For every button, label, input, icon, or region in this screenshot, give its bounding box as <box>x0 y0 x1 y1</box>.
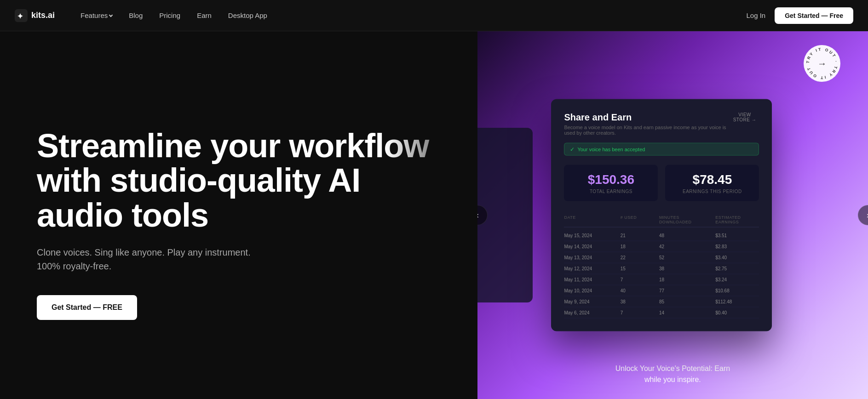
td-used: 7 <box>621 310 655 315</box>
nav-link-blog[interactable]: Blog <box>121 8 150 23</box>
card-title-area: Share and Earn Become a voice model on K… <box>564 112 730 136</box>
stat-period-earnings: $78.45 EARNINGS THIS PERIOD <box>665 165 759 201</box>
td-date: May 13, 2024 <box>564 255 616 260</box>
td-used: 21 <box>621 233 655 238</box>
logo[interactable]: ✦ kits.ai <box>15 9 55 22</box>
td-used: 7 <box>621 277 655 282</box>
card-title: Share and Earn <box>564 112 730 123</box>
td-minutes: 42 <box>659 244 712 249</box>
td-used: 40 <box>621 288 655 293</box>
td-earnings: $112.48 <box>715 299 759 304</box>
svg-text:✦: ✦ <box>17 12 23 20</box>
td-minutes: 38 <box>659 266 712 271</box>
th-earnings: ESTIMATED EARNINGS <box>715 215 759 224</box>
hero-left: Streamline your workflow with studio-qua… <box>0 31 477 399</box>
td-used: 18 <box>621 244 655 249</box>
th-date: DATE <box>564 215 616 224</box>
td-used: 38 <box>621 299 655 304</box>
nav-cta-button[interactable]: Get Started — Free <box>775 7 853 24</box>
accepted-text: Your voice has been accepted <box>577 147 645 152</box>
nav-link-pricing[interactable]: Pricing <box>152 8 188 23</box>
hero-title: Streamline your workflow with studio-qua… <box>37 129 441 233</box>
hero-subtitle: Clone voices. Sing like anyone. Play any… <box>37 245 258 273</box>
td-minutes: 85 <box>659 299 712 304</box>
td-minutes: 14 <box>659 310 712 315</box>
td-earnings: $2.83 <box>715 244 759 249</box>
td-date: May 11, 2024 <box>564 277 616 282</box>
table-row: May 9, 2024 38 85 $112.48 <box>564 296 759 308</box>
nav-link-earn[interactable]: Earn <box>190 8 219 23</box>
td-earnings: $2.75 <box>715 266 759 271</box>
hero-right: TRY IT OUT · TRY IT OUT · → ‹ Share and … <box>477 31 868 399</box>
td-minutes: 77 <box>659 288 712 293</box>
carousel-next-button[interactable]: › <box>858 205 868 225</box>
stat-total-earnings: $150.36 TOTAL EARNINGS <box>564 165 658 201</box>
td-earnings: $10.68 <box>715 288 759 293</box>
th-minutes: MINUTES DOWNLOADED <box>659 215 712 224</box>
td-minutes: 52 <box>659 255 712 260</box>
table-row: May 13, 2024 22 52 $3.40 <box>564 252 759 263</box>
table-row: May 11, 2024 7 18 $3.24 <box>564 274 759 285</box>
td-date: May 10, 2024 <box>564 288 616 293</box>
td-date: May 6, 2024 <box>564 310 616 315</box>
dashboard-card: Share and Earn Become a voice model on K… <box>551 99 772 331</box>
nav-links: Features Blog Pricing Earn Desktop App <box>73 8 746 23</box>
card-header: Share and Earn Become a voice model on K… <box>564 112 759 136</box>
hero-section: Streamline your workflow with studio-qua… <box>0 31 868 399</box>
stat-period-value: $78.45 <box>674 172 750 187</box>
try-it-out-button[interactable]: TRY IT OUT · TRY IT OUT · → <box>804 45 840 82</box>
td-used: 15 <box>621 266 655 271</box>
td-date: May 12, 2024 <box>564 266 616 271</box>
logo-text: kits.ai <box>31 11 55 20</box>
table-row: May 15, 2024 21 48 $3.51 <box>564 230 759 241</box>
table-header: DATE # USED MINUTES DOWNLOADED ESTIMATED… <box>564 212 759 228</box>
td-earnings: $3.51 <box>715 233 759 238</box>
td-date: May 14, 2024 <box>564 244 616 249</box>
nav-link-desktop-app[interactable]: Desktop App <box>221 8 275 23</box>
stat-total-label: TOTAL EARNINGS <box>573 189 649 194</box>
nav-link-features[interactable]: Features <box>73 8 120 23</box>
td-used: 22 <box>621 255 655 260</box>
stat-period-label: EARNINGS THIS PERIOD <box>674 189 750 194</box>
chevron-left-icon: ‹ <box>477 211 479 220</box>
td-earnings: $0.40 <box>715 310 759 315</box>
td-date: May 15, 2024 <box>564 233 616 238</box>
accepted-badge: Your voice has been accepted <box>564 143 759 156</box>
card-subtitle: Become a voice model on Kits and earn pa… <box>564 125 730 136</box>
table-row: May 6, 2024 7 14 $0.40 <box>564 308 759 319</box>
nav-right: Log In Get Started — Free <box>746 7 853 24</box>
view-store-button[interactable]: VIEW STORE → <box>730 112 759 122</box>
table-row: May 14, 2024 18 42 $2.83 <box>564 241 759 252</box>
table-row: May 10, 2024 40 77 $10.68 <box>564 285 759 296</box>
td-minutes: 18 <box>659 277 712 282</box>
td-minutes: 48 <box>659 233 712 238</box>
navigation: ✦ kits.ai Features Blog Pricing Earn Des… <box>0 0 868 31</box>
login-link[interactable]: Log In <box>746 11 765 19</box>
stat-total-value: $150.36 <box>573 172 649 187</box>
td-earnings: $3.40 <box>715 255 759 260</box>
td-date: May 9, 2024 <box>564 299 616 304</box>
td-earnings: $3.24 <box>715 277 759 282</box>
stats-row: $150.36 TOTAL EARNINGS $78.45 EARNINGS T… <box>564 165 759 201</box>
th-used: # USED <box>621 215 655 224</box>
hero-cta-button[interactable]: Get Started — FREE <box>37 295 137 320</box>
try-it-out-arrow-icon: → <box>817 58 827 69</box>
chevron-down-icon <box>109 13 113 17</box>
logo-icon: ✦ <box>15 9 28 22</box>
carousel-caption: Unlock Your Voice's Potential: Earnwhile… <box>615 363 730 385</box>
table-body: May 15, 2024 21 48 $3.51 May 14, 2024 18… <box>564 230 759 319</box>
table-row: May 12, 2024 15 38 $2.75 <box>564 263 759 274</box>
